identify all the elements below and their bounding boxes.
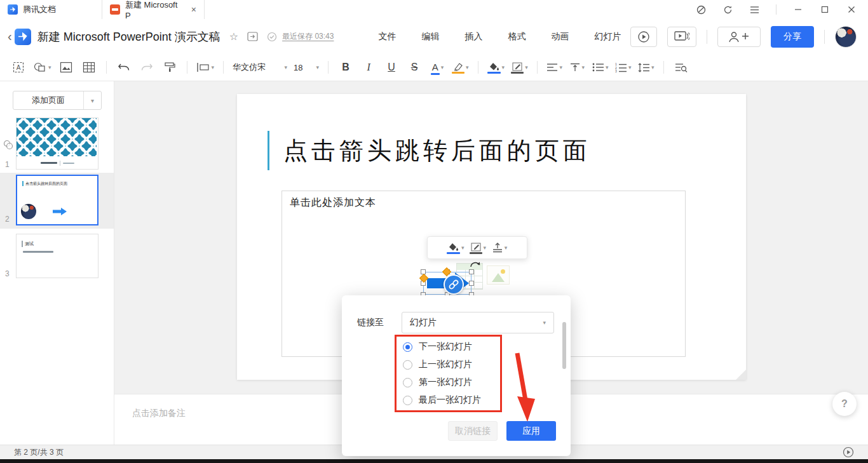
border-color-button[interactable]: ▾ bbox=[511, 58, 528, 77]
shape-fill-color-button[interactable]: ▾ bbox=[447, 239, 465, 256]
menu-slideshow[interactable]: 幻灯片 bbox=[594, 31, 621, 43]
tab-home-label: 腾讯文档 bbox=[23, 4, 56, 15]
slide-layout-icon[interactable]: ▾ bbox=[196, 58, 215, 77]
chevron-down-icon: ▾ bbox=[628, 64, 632, 70]
slide1-caption bbox=[17, 157, 98, 169]
app-header: ‹ 新建 Microsoft PowerPoint 演示文稿 ☆ 最近保存 03… bbox=[0, 19, 868, 54]
slide1-number: 1 bbox=[5, 160, 10, 169]
tencent-docs-ppt-editor: 腾讯文档 新建 Microsoft P × ‹ 新建 Microsoft bbox=[0, 0, 868, 463]
insert-textbox-icon[interactable]: A bbox=[10, 58, 27, 77]
annotation-red-arrow bbox=[508, 351, 538, 426]
redo-icon[interactable] bbox=[139, 58, 155, 77]
font-size-select[interactable]: 18 ▾ bbox=[294, 58, 319, 77]
font-family-select[interactable]: 华文仿宋 ▾ bbox=[233, 58, 287, 77]
slide-thumbnail-3[interactable]: 测试 bbox=[16, 234, 98, 278]
horizontal-align-button[interactable]: ▾ bbox=[546, 58, 563, 77]
move-to-folder-icon[interactable] bbox=[247, 32, 258, 41]
italic-button[interactable]: I bbox=[360, 58, 377, 77]
tab-home[interactable]: 腾讯文档 bbox=[0, 0, 102, 19]
cancel-link-button[interactable]: 取消链接 bbox=[448, 421, 498, 441]
page-curl bbox=[736, 370, 746, 380]
taskbar-edge bbox=[0, 459, 868, 463]
find-replace-icon[interactable] bbox=[673, 58, 689, 77]
add-page-dropdown[interactable]: ▾ bbox=[83, 91, 101, 109]
notes-placeholder: 点击添加备注 bbox=[132, 408, 186, 419]
tab-close-icon[interactable]: × bbox=[191, 4, 196, 15]
rotate-handle-icon[interactable] bbox=[469, 259, 482, 269]
slide-thumbnail-2-selected[interactable]: 点击箭头跳转后面的页面 bbox=[16, 175, 98, 225]
star-icon[interactable]: ☆ bbox=[229, 30, 238, 43]
slide-thumbnail-1[interactable] bbox=[16, 117, 98, 170]
add-page-label: 添加页面 bbox=[13, 91, 83, 109]
tab-document[interactable]: 新建 Microsoft P × bbox=[102, 0, 205, 19]
add-collaborator-button[interactable] bbox=[717, 27, 761, 47]
insert-table-icon[interactable] bbox=[81, 58, 97, 77]
chevron-down-icon: ▾ bbox=[525, 64, 528, 70]
hyperlink-badge-icon[interactable] bbox=[444, 274, 464, 295]
slide-title-block[interactable]: 点击箭头跳转后面的页面 bbox=[268, 131, 591, 170]
link-target-value: 幻灯片 bbox=[410, 317, 437, 328]
menu-icon[interactable] bbox=[749, 4, 759, 15]
chevron-down-icon: ▾ bbox=[606, 64, 609, 70]
font-size-value: 18 bbox=[294, 63, 302, 72]
highlight-color-button[interactable]: ▾ bbox=[452, 58, 469, 77]
insert-shape-icon[interactable]: ▾ bbox=[33, 58, 51, 77]
shape-mini-toolbar: ▾ ▾ ▾ bbox=[427, 236, 527, 259]
dialog-scrollbar-thumb[interactable] bbox=[562, 322, 566, 369]
add-page-button[interactable]: 添加页面 ▾ bbox=[13, 91, 102, 110]
help-button[interactable]: ? bbox=[832, 392, 857, 416]
strikethrough-button[interactable]: S bbox=[406, 58, 423, 77]
ghost-image-placeholder bbox=[487, 265, 510, 285]
bold-button[interactable]: B bbox=[337, 58, 354, 77]
menu-format[interactable]: 格式 bbox=[508, 31, 526, 43]
chevron-down-icon: ▾ bbox=[316, 64, 320, 70]
link-target-select[interactable]: 幻灯片 ▾ bbox=[402, 312, 554, 333]
last-saved-link[interactable]: 最近保存 03:43 bbox=[282, 31, 334, 42]
menu-insert[interactable]: 插入 bbox=[465, 31, 482, 43]
slide2-number: 2 bbox=[5, 215, 10, 224]
maximize-icon[interactable] bbox=[820, 4, 830, 15]
format-toolbar: A ▾ ▾ 华文仿宋 ▾ 18 bbox=[0, 54, 868, 81]
undo-icon[interactable] bbox=[116, 58, 132, 77]
back-chevron-icon[interactable]: ‹ bbox=[8, 29, 12, 44]
refresh-icon[interactable] bbox=[722, 4, 733, 15]
chevron-down-icon: ▾ bbox=[48, 64, 51, 70]
text-color-button[interactable]: A ▾ bbox=[429, 58, 445, 77]
underline-button[interactable]: U bbox=[383, 58, 400, 77]
play-slideshow-button[interactable] bbox=[630, 27, 657, 47]
block-icon[interactable] bbox=[696, 4, 706, 15]
format-painter-icon[interactable] bbox=[161, 58, 178, 77]
tencent-docs-logo[interactable] bbox=[15, 29, 31, 45]
close-icon[interactable] bbox=[846, 4, 857, 15]
insert-image-icon[interactable] bbox=[58, 58, 74, 77]
fill-color-button[interactable]: ▾ bbox=[487, 58, 505, 77]
shape-border-swatch bbox=[470, 252, 482, 254]
slide2-mini-title: 点击箭头跳转后面的页面 bbox=[22, 181, 67, 186]
menu-file[interactable]: 文件 bbox=[378, 31, 396, 43]
shape-border-color-button[interactable]: ▾ bbox=[470, 239, 487, 256]
fill-color-swatch bbox=[487, 72, 501, 74]
document-title[interactable]: 新建 Microsoft PowerPoint 演示文稿 bbox=[37, 29, 220, 44]
tab-document-label: 新建 Microsoft P bbox=[125, 0, 184, 20]
saved-check-icon bbox=[267, 32, 277, 42]
share-button[interactable]: 分享 bbox=[771, 26, 814, 48]
line-spacing-button[interactable]: ▾ bbox=[638, 58, 654, 77]
vertical-align-button[interactable]: ▾ bbox=[569, 58, 586, 77]
minimize-icon[interactable] bbox=[793, 4, 803, 15]
chevron-down-icon: ▾ bbox=[212, 64, 215, 70]
numbered-list-button[interactable]: 123 ▾ bbox=[615, 58, 632, 77]
chevron-down-icon: ▾ bbox=[441, 64, 444, 70]
user-avatar[interactable] bbox=[835, 26, 857, 48]
arrange-order-button[interactable]: ▾ bbox=[491, 239, 508, 256]
menu-animation[interactable]: 动画 bbox=[551, 31, 569, 43]
resize-handle-e[interactable] bbox=[469, 281, 474, 286]
resize-handle-ne[interactable] bbox=[469, 269, 474, 274]
present-mode-button[interactable] bbox=[667, 27, 696, 47]
menu-edit[interactable]: 编辑 bbox=[421, 31, 439, 43]
bullet-list-button[interactable]: ▾ bbox=[592, 58, 609, 77]
tencent-docs-favicon bbox=[8, 4, 18, 15]
play-from-current-icon[interactable] bbox=[843, 446, 854, 458]
slide1-pattern bbox=[17, 118, 97, 156]
slide1-transition-icon bbox=[3, 140, 13, 150]
window-controls bbox=[696, 0, 868, 19]
